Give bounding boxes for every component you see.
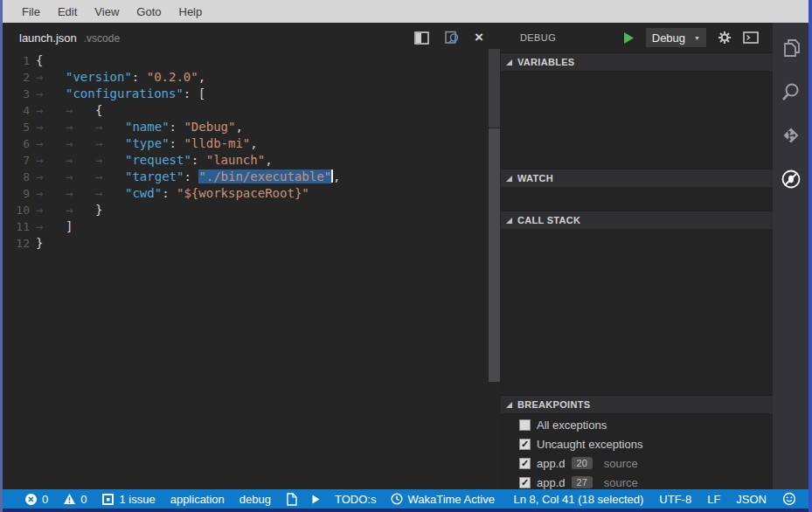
- language-mode[interactable]: JSON: [736, 493, 767, 506]
- code-line[interactable]: 5→→→"name": "Debug",: [3, 119, 501, 135]
- status-bar: 0 0 1 issue application: [3, 489, 809, 509]
- status-wakatime[interactable]: WakaTime Active: [391, 493, 494, 506]
- encoding-indicator[interactable]: UTF-8: [659, 493, 691, 506]
- line-number: 10: [3, 202, 30, 218]
- json-string: "${workspaceRoot}": [177, 186, 309, 200]
- section-title: CALL STACK: [517, 215, 580, 225]
- window-bottom-border: [3, 509, 809, 512]
- section-header-call-stack[interactable]: CALL STACK: [501, 211, 773, 229]
- debug-icon[interactable]: [778, 166, 804, 192]
- breakpoint-checkbox[interactable]: ✓: [519, 458, 531, 469]
- code-line[interactable]: 1{: [3, 52, 501, 69]
- files-icon[interactable]: [778, 35, 804, 61]
- line-number: 1: [3, 52, 30, 69]
- breakpoint-row[interactable]: ✓Uncaught exceptions: [501, 434, 773, 453]
- debug-toolbar-actions: Debug ▼: [623, 28, 759, 47]
- whitespace-arrow-icon: →: [66, 169, 95, 185]
- json-key: "configurations": [66, 86, 184, 100]
- json-punctuation: : [: [184, 86, 205, 100]
- json-string: "Debug": [184, 120, 235, 134]
- whitespace-arrow-icon: →: [36, 152, 66, 169]
- json-punctuation: ,: [265, 153, 272, 167]
- warning-icon: [63, 493, 76, 505]
- tab-title: launch.json: [19, 31, 77, 45]
- status-errors[interactable]: 0: [24, 493, 48, 506]
- cursor-position[interactable]: Ln 8, Col 41 (18 selected): [513, 493, 643, 506]
- section-header-variables[interactable]: VARIABLES: [501, 52, 773, 71]
- split-editor-icon[interactable]: [414, 31, 429, 45]
- status-issues[interactable]: 1 issue: [101, 493, 155, 506]
- code-line[interactable]: 7→→→"request": "launch",: [3, 152, 501, 169]
- json-punctuation: {: [36, 53, 43, 67]
- whitespace-arrow-icon: →: [36, 185, 66, 202]
- breakpoint-checkbox[interactable]: ✓: [519, 439, 531, 450]
- sidebar-title: DEBUG: [520, 32, 556, 43]
- editor-tab-bar: launch.json .vscode: [3, 23, 501, 52]
- close-icon[interactable]: ×: [475, 31, 483, 44]
- breakpoints-list: All exceptions✓Uncaught exceptions✓app.d…: [501, 413, 773, 489]
- code-line[interactable]: 11→]: [3, 218, 501, 235]
- scrollbar-thumb[interactable]: [489, 128, 500, 382]
- status-document[interactable]: [286, 493, 297, 506]
- menu-item-edit[interactable]: Edit: [49, 5, 86, 18]
- todos-label: TODO:s: [335, 493, 376, 506]
- line-number: 8: [3, 169, 30, 185]
- json-key: "request": [125, 153, 191, 167]
- json-punctuation: ,: [333, 170, 340, 183]
- code-line[interactable]: 9→→→"cwd": "${workspaceRoot}": [3, 185, 501, 202]
- code-line[interactable]: 12}: [3, 235, 501, 252]
- search-icon[interactable]: [778, 79, 804, 105]
- whitespace-arrow-icon: →: [36, 86, 66, 102]
- tab-launch-json[interactable]: launch.json .vscode: [3, 31, 120, 45]
- eol-indicator[interactable]: LF: [707, 493, 720, 506]
- whitespace-arrow-icon: →: [36, 69, 66, 86]
- open-preview-icon[interactable]: [444, 31, 460, 45]
- breakpoint-row[interactable]: ✓app.d20source: [501, 453, 773, 473]
- line-number: 5: [3, 119, 30, 135]
- code-line[interactable]: 4→→{: [3, 102, 501, 119]
- code-editor[interactable]: 1{2→"version": "0.2.0",3→"configurations…: [3, 52, 501, 252]
- code-line[interactable]: 10→→}: [3, 202, 501, 218]
- error-count: 0: [42, 493, 48, 506]
- whitespace-arrow-icon: →: [66, 185, 95, 202]
- debug-config-dropdown[interactable]: Debug ▼: [646, 28, 706, 47]
- debug-console-icon[interactable]: [743, 31, 759, 44]
- debug-config-value: Debug: [652, 31, 685, 45]
- status-debug[interactable]: debug: [239, 493, 271, 506]
- menu-item-help[interactable]: Help: [170, 5, 212, 18]
- breakpoint-row[interactable]: All exceptions: [501, 415, 773, 434]
- json-string: "./bin/executable": [198, 170, 331, 183]
- json-punctuation: :: [132, 70, 147, 84]
- start-debug-icon[interactable]: [623, 31, 635, 45]
- status-todos[interactable]: TODO:s: [335, 493, 376, 506]
- git-icon[interactable]: [778, 122, 804, 149]
- line-number: 12: [3, 235, 30, 252]
- breakpoint-checkbox[interactable]: [519, 419, 531, 431]
- json-key: "target": [125, 170, 184, 183]
- section-header-watch[interactable]: WATCH: [501, 169, 773, 187]
- editor-scrollbar[interactable]: [489, 49, 500, 382]
- debug-sidebar: DEBUG Debug ▼: [501, 23, 773, 489]
- code-line[interactable]: 2→"version": "0.2.0",: [3, 69, 501, 86]
- whitespace-arrow-icon: →: [66, 152, 95, 169]
- status-application[interactable]: application: [170, 493, 225, 506]
- whitespace-arrow-icon: →: [66, 119, 95, 135]
- code-line[interactable]: 3→"configurations": [: [3, 86, 501, 102]
- line-content: →→{: [36, 102, 102, 119]
- menu-bar: FileEditViewGotoHelp: [3, 0, 809, 23]
- twistie-icon: [506, 218, 512, 224]
- breakpoint-row[interactable]: ✓app.d27source: [501, 473, 773, 489]
- menu-item-goto[interactable]: Goto: [128, 5, 170, 18]
- feedback-smiley-icon[interactable]: [782, 492, 796, 506]
- issues-icon: [101, 493, 115, 506]
- code-line[interactable]: 8→→→"target": "./bin/executable",: [3, 169, 501, 185]
- code-line[interactable]: 6→→→"type": "lldb-mi",: [3, 135, 501, 152]
- gear-icon[interactable]: [718, 31, 732, 45]
- status-run[interactable]: [312, 495, 320, 504]
- section-header-breakpoints[interactable]: BREAKPOINTS: [501, 395, 773, 413]
- breakpoint-checkbox[interactable]: ✓: [519, 477, 531, 488]
- menu-item-file[interactable]: File: [13, 5, 49, 18]
- status-warnings[interactable]: 0: [63, 493, 87, 506]
- menu-item-view[interactable]: View: [86, 5, 128, 18]
- json-punctuation: :: [162, 186, 177, 200]
